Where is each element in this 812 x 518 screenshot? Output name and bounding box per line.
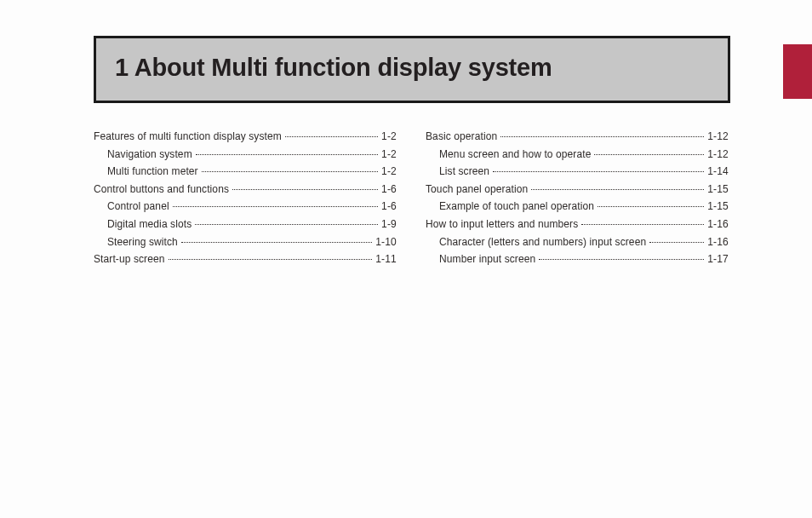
- toc-leader: [500, 136, 704, 137]
- toc-column-left: Features of multi function display syste…: [94, 129, 397, 269]
- toc-entry: Multi function meter1-2: [94, 164, 397, 180]
- toc-entry-label: Steering switch: [94, 234, 178, 250]
- toc-entry-page: 1-12: [707, 147, 729, 163]
- toc-entry: Basic operation1-12: [426, 129, 729, 145]
- toc-entry-page: 1-14: [707, 164, 729, 180]
- toc-entry: Number input screen1-17: [426, 251, 729, 268]
- toc-entry-page: 1-6: [381, 181, 397, 198]
- toc-entry: List screen1-14: [426, 164, 729, 180]
- toc-entry: How to input letters and numbers1-16: [426, 216, 729, 233]
- table-of-contents: Features of multi function display syste…: [94, 129, 768, 269]
- toc-entry: Example of touch panel operation1-15: [426, 199, 729, 215]
- toc-entry-page: 1-2: [381, 147, 397, 163]
- toc-entry-label: How to input letters and numbers: [426, 216, 578, 233]
- toc-entry-page: 1-12: [707, 129, 729, 145]
- toc-entry: Navigation system1-2: [94, 147, 397, 163]
- toc-entry-label: Character (letters and numbers) input sc…: [426, 234, 646, 250]
- toc-entry-page: 1-17: [707, 251, 729, 268]
- toc-entry: Steering switch1-10: [94, 234, 397, 250]
- toc-entry: Character (letters and numbers) input sc…: [426, 234, 729, 250]
- document-page: 1 About Multi function display system Fe…: [0, 0, 812, 518]
- toc-leader: [594, 154, 704, 155]
- toc-entry-label: Multi function meter: [94, 164, 198, 180]
- toc-leader: [202, 171, 378, 172]
- toc-entry-page: 1-10: [375, 234, 397, 250]
- toc-entry-label: Number input screen: [426, 251, 535, 268]
- section-tab: [783, 44, 812, 99]
- toc-entry-page: 1-16: [707, 234, 729, 250]
- toc-leader: [195, 224, 378, 225]
- toc-leader: [173, 206, 378, 207]
- toc-entry-label: Touch panel operation: [426, 181, 528, 198]
- toc-leader: [181, 242, 372, 243]
- toc-entry: Menu screen and how to operate1-12: [426, 147, 729, 163]
- toc-entry: Start-up screen1-11: [94, 251, 397, 268]
- toc-column-right: Basic operation1-12Menu screen and how t…: [426, 129, 729, 269]
- toc-entry-page: 1-11: [375, 251, 397, 268]
- chapter-title-box: 1 About Multi function display system: [94, 36, 730, 103]
- toc-entry-page: 1-2: [381, 129, 397, 145]
- toc-entry: Features of multi function display syste…: [94, 129, 397, 145]
- toc-entry-page: 1-9: [381, 216, 397, 233]
- toc-entry-label: Menu screen and how to operate: [426, 147, 591, 163]
- toc-leader: [581, 224, 704, 225]
- toc-leader: [285, 136, 378, 137]
- toc-entry: Touch panel operation1-15: [426, 181, 729, 198]
- toc-entry-label: Control panel: [94, 199, 169, 215]
- toc-entry-page: 1-15: [707, 199, 729, 215]
- toc-leader: [196, 154, 378, 155]
- toc-entry-label: Example of touch panel operation: [426, 199, 594, 215]
- toc-entry: Digital media slots1-9: [94, 216, 397, 233]
- toc-leader: [493, 171, 704, 172]
- chapter-title: 1 About Multi function display system: [115, 54, 709, 82]
- toc-entry-page: 1-2: [381, 164, 397, 180]
- toc-leader: [169, 259, 373, 260]
- toc-entry-label: Navigation system: [94, 147, 192, 163]
- toc-entry-page: 1-15: [707, 181, 729, 198]
- toc-entry-label: Basic operation: [426, 129, 497, 145]
- toc-entry: Control buttons and functions1-6: [94, 181, 397, 198]
- toc-leader: [531, 189, 704, 190]
- toc-entry-label: Digital media slots: [94, 216, 192, 233]
- toc-leader: [598, 206, 704, 207]
- toc-entry-label: Start-up screen: [94, 251, 165, 268]
- toc-entry-label: Control buttons and functions: [94, 181, 229, 198]
- toc-entry-page: 1-6: [381, 199, 397, 215]
- toc-entry-label: Features of multi function display syste…: [94, 129, 282, 145]
- toc-entry-page: 1-16: [707, 216, 729, 233]
- toc-entry-label: List screen: [426, 164, 489, 180]
- toc-leader: [649, 242, 704, 243]
- toc-entry: Control panel1-6: [94, 199, 397, 215]
- toc-leader: [232, 189, 378, 190]
- toc-leader: [539, 259, 704, 260]
